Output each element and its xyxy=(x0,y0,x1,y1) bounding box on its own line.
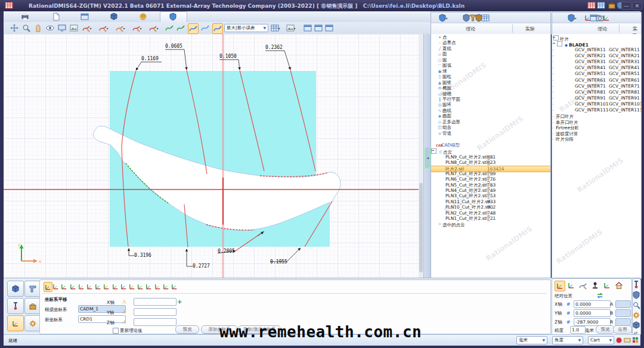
position-value[interactable]: 0.0000 xyxy=(574,300,611,308)
snapshot[interactable] xyxy=(69,23,79,33)
probe-button[interactable] xyxy=(7,298,24,314)
feature-item[interactable]: ◠圆弧 xyxy=(431,63,550,68)
coord-mode-select[interactable]: Cart▼ xyxy=(588,336,614,344)
csys-alt[interactable] xyxy=(120,282,128,291)
feature-item[interactable]: ◉球 xyxy=(431,69,550,74)
z-offset-input[interactable] xyxy=(134,318,177,326)
collapse-arrow-icon[interactable]: ◄ xyxy=(425,147,431,169)
tab-output[interactable] xyxy=(20,12,30,21)
point-cloud-item[interactable]: PLN6_Cut_叶片2.stl_...776 xyxy=(431,176,550,182)
point-cloud-item[interactable]: PLN1_Cut_叶片2.stl_...721 xyxy=(431,216,550,221)
section-curve-5[interactable]: ▾ xyxy=(149,23,159,33)
blade-root-node[interactable]: 叶片 xyxy=(552,35,641,41)
position-preview-button[interactable]: 预览 xyxy=(596,325,615,334)
csys-axis[interactable] xyxy=(86,282,94,291)
blade-analysis-item[interactable]: –叶片分段 xyxy=(552,136,641,142)
pan-tool[interactable] xyxy=(10,23,19,33)
gcv-section-row[interactable]: –GCV_INTER101GCV_INTER101 xyxy=(552,101,641,107)
strip-probe[interactable] xyxy=(632,281,640,289)
point-cloud-item[interactable]: PLN9_Cut_叶片2.stl_...881 xyxy=(431,154,550,160)
swap-axes-icon[interactable] xyxy=(595,291,605,300)
point-cloud-item[interactable]: PLN10_Cut_叶片2.stl...902 xyxy=(431,204,550,210)
cad-model-node[interactable]: CADCAD模型 xyxy=(431,142,550,148)
csys-save[interactable] xyxy=(162,282,170,291)
export-window-3[interactable] xyxy=(324,23,334,33)
position-apply-button[interactable]: 应用 xyxy=(613,325,632,334)
feature-grid[interactable] xyxy=(481,13,490,23)
export-window-2[interactable] xyxy=(314,23,323,33)
feature-item[interactable]: ◎圆环 xyxy=(431,102,550,107)
feature-item[interactable]: ∥平行平面 xyxy=(431,97,550,102)
tab-view[interactable] xyxy=(80,12,89,21)
blade1-node[interactable]: ◆BLADE1 xyxy=(552,41,641,46)
zoom-window[interactable] xyxy=(21,23,31,33)
tab-model[interactable] xyxy=(109,12,119,21)
section-curve-4[interactable]: ▾ xyxy=(132,23,142,33)
csys-iterate[interactable] xyxy=(145,282,153,291)
viewport-canvas[interactable]: 0.11690.06050.10500.23620.31960.27270.28… xyxy=(4,34,423,278)
compare-curve-1[interactable] xyxy=(165,23,174,33)
coordinate-system-button[interactable] xyxy=(7,315,24,331)
feature-item[interactable]: ○圆 xyxy=(431,57,550,63)
error-mode-select[interactable]: 最大|最小误差▼ xyxy=(224,24,268,32)
point-cloud-item[interactable]: PLN7_Cut_叶片2.stl_...799 xyxy=(431,171,550,176)
feature-item[interactable]: ╱直线 xyxy=(431,46,550,51)
expander-icon[interactable] xyxy=(431,148,436,154)
pos-joystick[interactable] xyxy=(590,281,600,290)
point-cloud-item[interactable]: PLN5_Cut_叶片2.stl_...783 xyxy=(431,182,550,188)
point-cloud-item[interactable]: PLN2_Cut_叶片2.stl_...748 xyxy=(431,210,550,216)
win-small-2[interactable] xyxy=(597,1,605,10)
preview-button[interactable]: 预览 xyxy=(175,325,199,334)
x-offset-input[interactable] xyxy=(134,298,177,306)
unit-angle-select[interactable]: 角度▼ xyxy=(552,336,583,344)
blade-analysis-item[interactable]: –开口叶片 xyxy=(552,114,641,119)
base-csys-select[interactable]: CADM_1 xyxy=(78,305,126,313)
strip-shield[interactable] xyxy=(632,291,640,299)
y-offset-input[interactable] xyxy=(134,308,177,316)
add-value-icon[interactable]: + xyxy=(177,299,182,305)
tab-document[interactable] xyxy=(51,12,61,21)
point-cloud-item[interactable]: PLN11_Cut_叶片2.stl...933 xyxy=(431,199,550,204)
csys-plane[interactable] xyxy=(69,282,77,291)
selected-cloud-node[interactable]: ⠛选中的点云 xyxy=(431,222,550,228)
report-table[interactable]: ▾ xyxy=(271,23,280,33)
pos-pen[interactable] xyxy=(578,281,588,290)
close-button[interactable]: ✕ xyxy=(632,2,642,10)
pos-home[interactable] xyxy=(614,281,624,290)
rotate-hand[interactable] xyxy=(33,23,43,33)
csys-misc[interactable] xyxy=(171,282,178,291)
csys-fit[interactable] xyxy=(112,282,119,291)
csys-rps[interactable] xyxy=(137,282,144,291)
tab-blade[interactable] xyxy=(168,12,178,21)
measure-tools-button[interactable] xyxy=(24,281,41,297)
panel-splitter[interactable]: ◄ xyxy=(424,34,431,278)
win-small-3[interactable] xyxy=(608,1,616,10)
point-cloud-item[interactable]: PLN8_Cut_叶片2.stl_...823 xyxy=(431,160,550,165)
point-cloud-node[interactable]: ⠿点云 xyxy=(431,148,550,154)
csys-bestfit[interactable] xyxy=(128,282,136,291)
gcv-section-row[interactable]: –GCV_INTER111GCV_INTER111 xyxy=(552,107,641,113)
feature-item[interactable]: ◈曲面 xyxy=(431,113,550,119)
section-curve-2[interactable]: ▾ xyxy=(99,23,109,33)
aux-input[interactable] xyxy=(615,300,631,308)
feature-item[interactable]: ◦边界点 xyxy=(431,40,550,45)
pos-add[interactable] xyxy=(602,281,612,290)
tab-actual[interactable]: 实际 xyxy=(525,26,535,32)
csys-translate[interactable] xyxy=(44,282,52,292)
win-small-1[interactable] xyxy=(587,1,596,10)
feature-item[interactable]: ◇正多边形 xyxy=(431,119,550,125)
precision-input[interactable]: 1.0 xyxy=(570,326,586,334)
gcv-section-row[interactable]: –GCV_INTER31GCV_INTER31 xyxy=(552,59,641,64)
feature-item[interactable]: ▯圆柱 xyxy=(431,74,550,79)
blade-analysis-item[interactable]: –单开口叶片 xyxy=(552,120,641,125)
csys-matrix[interactable] xyxy=(103,282,110,291)
gcv-section-row[interactable]: –GCV_INTER91GCV_INTER91 xyxy=(552,95,641,101)
minimize-button[interactable]: — xyxy=(621,2,631,10)
strip-magnify[interactable] xyxy=(632,301,640,309)
cad-viewport[interactable]: 0.11690.06050.10500.23620.31960.27270.28… xyxy=(4,34,424,278)
export-window-1[interactable] xyxy=(303,23,312,33)
gcv-section-row[interactable]: –GCV_INTER71GCV_INTER71 xyxy=(552,83,641,89)
expander-icon[interactable] xyxy=(553,35,559,41)
csys-point[interactable] xyxy=(78,282,85,291)
feature-item[interactable]: •点 xyxy=(431,35,550,40)
